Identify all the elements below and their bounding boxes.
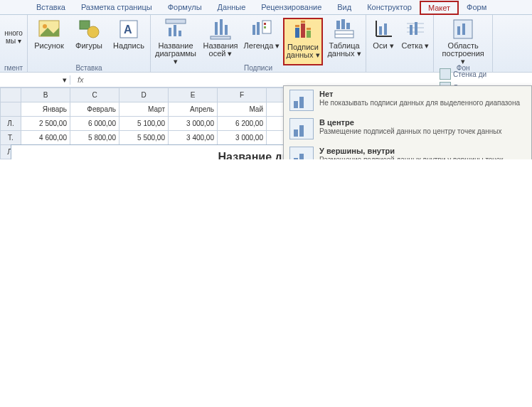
svg-rect-11 xyxy=(220,19,223,35)
ribbon-tabs: ВставкаРазметка страницыФормулыДанныеРец… xyxy=(0,0,532,15)
axes-button[interactable]: Оси ▾ xyxy=(369,18,398,50)
svg-rect-27 xyxy=(346,23,350,29)
name-box[interactable]: ▾ xyxy=(0,75,70,85)
group-insert: Вставка xyxy=(28,64,150,72)
svg-rect-40 xyxy=(457,26,460,35)
svg-rect-18 xyxy=(264,26,266,28)
svg-rect-41 xyxy=(462,23,465,35)
col-header[interactable]: F xyxy=(218,88,267,102)
worksheet: BCDEFGИЯнварьФевральМартАпрельМайИюньИюЛ… xyxy=(0,88,532,159)
tab-разметка страницы[interactable]: Разметка страницы xyxy=(73,1,160,15)
plot-area-button[interactable]: Область построения ▾ xyxy=(442,18,484,65)
dropdown-option[interactable]: У вершины, внутриРазмещение подписей дан… xyxy=(284,143,531,159)
svg-rect-12 xyxy=(225,25,228,35)
svg-text:A: A xyxy=(124,23,132,36)
tab-формулы[interactable]: Формулы xyxy=(160,1,210,15)
svg-rect-21 xyxy=(307,31,311,38)
cell[interactable]: Апрель xyxy=(169,102,218,117)
ribbon: нногомы ▾ гмент Рисунок Фигуры AНадпись … xyxy=(0,15,532,73)
data-labels-dropdown: НетНе показывать подписи данных для выде… xyxy=(283,85,532,159)
tab-форм[interactable]: Форм xyxy=(459,1,494,15)
dropdown-option[interactable]: В центреРазмещение подписей данных по це… xyxy=(284,115,531,143)
svg-rect-38 xyxy=(415,22,417,35)
tab-вставка[interactable]: Вставка xyxy=(28,1,73,15)
svg-rect-25 xyxy=(336,21,340,29)
insert-textbox-button[interactable]: AНадпись xyxy=(110,18,147,50)
svg-rect-24 xyxy=(307,28,311,30)
dropdown-icon: ▾ xyxy=(63,75,67,85)
svg-rect-37 xyxy=(410,25,413,35)
svg-rect-16 xyxy=(262,21,271,33)
col-header[interactable]: E xyxy=(169,88,218,102)
col-header[interactable]: D xyxy=(119,88,169,102)
col-header[interactable]: C xyxy=(70,88,119,102)
cell[interactable]: 2 500,00 xyxy=(21,117,70,131)
svg-rect-6 xyxy=(166,19,186,23)
svg-point-1 xyxy=(43,24,47,28)
axis-titles-button[interactable]: Названия осей ▾ xyxy=(201,18,240,65)
cell[interactable]: 6 200,00 xyxy=(218,117,267,131)
svg-rect-9 xyxy=(179,31,181,36)
insert-shapes-button[interactable]: Фигуры xyxy=(70,18,107,50)
cell[interactable]: Февраль xyxy=(70,102,119,117)
cell[interactable]: Май xyxy=(218,102,267,117)
cell[interactable]: Март xyxy=(119,102,169,117)
tab-рецензирование[interactable]: Рецензирование xyxy=(253,1,329,15)
svg-rect-17 xyxy=(264,23,266,25)
group-background: Фон xyxy=(434,64,492,72)
insert-picture-button[interactable]: Рисунок xyxy=(31,18,68,50)
dropdown-option[interactable]: НетНе показывать подписи данных для выде… xyxy=(284,86,531,115)
cell[interactable]: 3 400,00 xyxy=(169,131,218,145)
svg-point-3 xyxy=(87,26,99,38)
data-labels-button[interactable]: Подписи данных ▾ xyxy=(283,18,323,65)
svg-rect-26 xyxy=(341,19,345,29)
row-header[interactable]: Л. xyxy=(1,117,21,131)
group-labels: Подписи xyxy=(151,64,366,72)
fx-icon[interactable]: fx xyxy=(70,75,91,84)
gridlines-button[interactable]: Сетка ▾ xyxy=(400,18,430,50)
svg-rect-22 xyxy=(295,25,299,27)
svg-rect-14 xyxy=(252,25,255,35)
chart-title-button[interactable]: Название диаграммы ▾ xyxy=(154,18,198,65)
svg-rect-19 xyxy=(295,28,299,38)
fragment-label: нного xyxy=(4,29,23,37)
svg-rect-7 xyxy=(169,28,171,36)
svg-rect-20 xyxy=(301,23,305,38)
legend-button[interactable]: Легенда ▾ xyxy=(243,18,280,65)
svg-rect-33 xyxy=(384,23,387,35)
tab-макет[interactable]: Макет xyxy=(420,1,459,15)
svg-rect-10 xyxy=(215,22,218,35)
svg-rect-13 xyxy=(211,36,230,39)
tab-конструктор[interactable]: Конструктор xyxy=(359,1,420,15)
option-icon xyxy=(289,118,314,139)
cell[interactable]: 3 000,00 xyxy=(218,131,267,145)
tab-вид[interactable]: Вид xyxy=(329,1,359,15)
svg-rect-8 xyxy=(174,25,176,36)
row-header[interactable] xyxy=(1,102,21,117)
cell[interactable]: 3 000,00 xyxy=(169,117,218,131)
option-icon xyxy=(289,90,314,111)
svg-rect-15 xyxy=(257,22,260,35)
row-header[interactable]: Т. xyxy=(1,131,21,145)
svg-rect-2 xyxy=(80,21,90,29)
cell[interactable]: 5 500,00 xyxy=(119,131,169,145)
svg-rect-32 xyxy=(379,26,382,35)
option-icon xyxy=(289,147,314,159)
cell[interactable]: 5 800,00 xyxy=(70,131,119,145)
cell[interactable]: 4 600,00 xyxy=(21,131,70,145)
cell[interactable]: 6 000,00 xyxy=(70,117,119,131)
cell[interactable]: 5 100,00 xyxy=(119,117,169,131)
group-fragment: гмент xyxy=(0,64,27,72)
svg-rect-23 xyxy=(301,21,305,23)
col-header[interactable]: B xyxy=(21,88,70,102)
data-table-button[interactable]: Таблица данных ▾ xyxy=(326,18,363,65)
tab-данные[interactable]: Данные xyxy=(210,1,254,15)
cell[interactable]: Январь xyxy=(21,102,70,117)
